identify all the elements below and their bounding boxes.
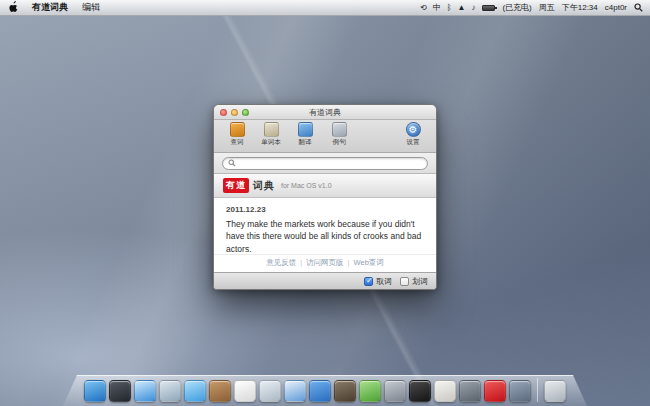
- volume-icon[interactable]: ♪: [471, 4, 475, 12]
- ocr-capture-option-label: 取词: [376, 276, 392, 287]
- brand-banner: 有道 词典 for Mac OS v1.0: [214, 174, 436, 198]
- youdao-dict-dock-icon[interactable]: [484, 380, 506, 402]
- search-input[interactable]: [239, 159, 422, 168]
- input-source-icon[interactable]: 中: [433, 4, 441, 12]
- time-machine-icon[interactable]: ⟲: [420, 4, 427, 12]
- dock-icons: [84, 378, 566, 402]
- daily-sentence-english: They make the markets work because if yo…: [226, 218, 424, 254]
- wordbook-tool-label: 单词本: [261, 138, 281, 147]
- window-toolbar: 查词单词本翻译例句 ⚙ 设置: [214, 120, 436, 153]
- search-icon: [228, 159, 236, 167]
- window-status-bar: 取词划词: [214, 272, 436, 289]
- itunes-dock-icon[interactable]: [284, 380, 306, 402]
- version-text: for Mac OS v1.0: [281, 182, 332, 189]
- wifi-icon[interactable]: ▲: [457, 4, 465, 12]
- textedit-dock-icon[interactable]: [434, 380, 456, 402]
- daily-date: 2011.12.23: [226, 205, 424, 214]
- spotlight-icon[interactable]: [634, 3, 643, 12]
- app-store-dock-icon[interactable]: [309, 380, 331, 402]
- example-tool-icon: [332, 122, 347, 137]
- battery-icon[interactable]: [482, 5, 495, 11]
- activity-monitor-dock-icon[interactable]: [459, 380, 481, 402]
- example-tool-button[interactable]: 例句: [324, 122, 354, 147]
- finder-dock-icon[interactable]: [84, 380, 106, 402]
- word-select-option-checkbox[interactable]: [400, 277, 409, 286]
- youdao-logo-red: 有道: [223, 178, 249, 193]
- dict-tool-button[interactable]: 查词: [222, 122, 252, 147]
- footer-link-1[interactable]: 访问网页版: [304, 258, 346, 267]
- wordbook-tool-button[interactable]: 单词本: [256, 122, 286, 147]
- youdao-logo-dark: 词典: [253, 179, 275, 193]
- footer-link-2[interactable]: Web查词: [352, 258, 386, 267]
- search-box[interactable]: [222, 157, 428, 170]
- ocr-capture-option-checkbox[interactable]: [364, 277, 373, 286]
- zoom-button[interactable]: [242, 109, 249, 116]
- wordbook-tool-icon: [264, 122, 279, 137]
- translate-tool-label: 翻译: [299, 138, 312, 147]
- bluetooth-icon[interactable]: ᛒ: [447, 4, 452, 12]
- ichat-dock-icon[interactable]: [184, 380, 206, 402]
- translate-tool-icon: [298, 122, 313, 137]
- menu-edit[interactable]: 编辑: [80, 1, 102, 14]
- dict-tool-icon: [230, 122, 245, 137]
- facetime-dock-icon[interactable]: [359, 380, 381, 402]
- menu-clock-time[interactable]: 下午12:34: [562, 2, 598, 13]
- settings-button[interactable]: ⚙ 设置: [398, 122, 428, 147]
- word-select-option-label: 划词: [412, 276, 428, 287]
- footer-links: 意见反馈|访问网页版|Web查词: [214, 254, 436, 272]
- trash-dock-icon[interactable]: [544, 380, 566, 402]
- search-row: [214, 153, 436, 174]
- dock: [63, 375, 587, 406]
- battery-status-text: (已充电): [502, 2, 531, 13]
- menu-status-icons: ⟲中ᛒ▲♪: [420, 4, 475, 12]
- settings-label: 设置: [407, 138, 420, 147]
- window-title-bar[interactable]: 有道词典: [214, 105, 436, 120]
- example-tool-label: 例句: [333, 138, 346, 147]
- footer-link-0[interactable]: 意见反馈: [264, 258, 298, 267]
- photo-booth-dock-icon[interactable]: [334, 380, 356, 402]
- ical-dock-icon[interactable]: [234, 380, 256, 402]
- ocr-capture-option[interactable]: 取词: [364, 276, 392, 287]
- dict-tool-label: 查词: [231, 138, 244, 147]
- menu-clock-day[interactable]: 周五: [539, 2, 555, 13]
- mail-dock-icon[interactable]: [159, 380, 181, 402]
- link-separator: |: [346, 258, 352, 267]
- apple-icon: [9, 1, 18, 12]
- system-preferences-dock-icon[interactable]: [384, 380, 406, 402]
- safari-dock-icon[interactable]: [134, 380, 156, 402]
- gear-icon: ⚙: [406, 122, 421, 137]
- translate-tool-button[interactable]: 翻译: [290, 122, 320, 147]
- menu-user[interactable]: c4pt0r: [605, 3, 627, 12]
- dashboard-dock-icon[interactable]: [109, 380, 131, 402]
- desktop: 有道词典 编辑 ⟲中ᛒ▲♪ (已充电) 周五 下午12:34 c4pt0r 有道…: [0, 0, 650, 406]
- menu-app-name[interactable]: 有道词典: [30, 1, 70, 14]
- youdao-dict-window: 有道词典 查词单词本翻译例句 ⚙ 设置 有道 词典 for Mac OS v1.…: [213, 104, 437, 290]
- word-select-option[interactable]: 划词: [400, 276, 428, 287]
- preview-dock-icon[interactable]: [259, 380, 281, 402]
- downloads-dock-icon[interactable]: [509, 380, 531, 402]
- terminal-dock-icon[interactable]: [409, 380, 431, 402]
- minimize-button[interactable]: [231, 109, 238, 116]
- address-book-dock-icon[interactable]: [209, 380, 231, 402]
- apple-menu[interactable]: [7, 1, 20, 14]
- daily-sentence-panel: 2011.12.23 They make the markets work be…: [214, 198, 436, 254]
- menu-bar: 有道词典 编辑 ⟲中ᛒ▲♪ (已充电) 周五 下午12:34 c4pt0r: [0, 0, 650, 16]
- close-button[interactable]: [220, 109, 227, 116]
- dock-separator: [537, 378, 538, 402]
